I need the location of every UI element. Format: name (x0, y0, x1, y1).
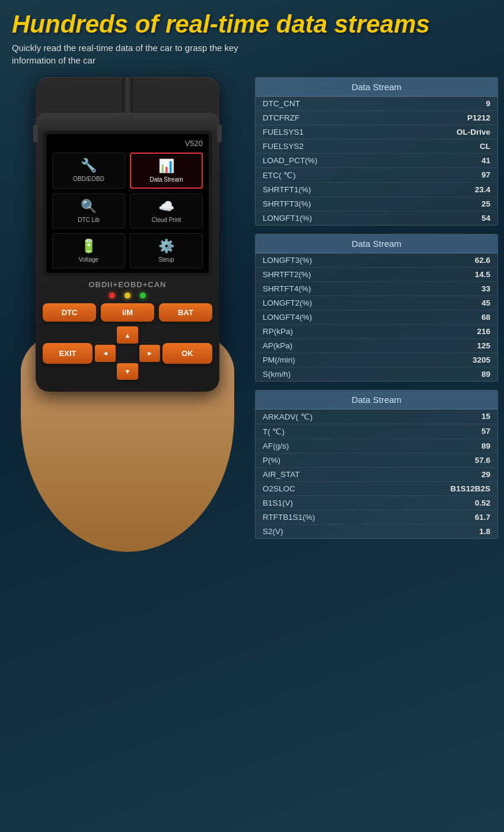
row-value: 15 (481, 412, 490, 421)
im-button[interactable]: I/M (101, 303, 154, 322)
screen-area: V520 🔧 OBD/EOBD 📊 Data S (43, 131, 212, 277)
main-title: Hundreds of real-time data streams (12, 11, 492, 38)
table-row: ARKADV( ℃)15 (256, 409, 497, 424)
steup-label: Steup (158, 256, 174, 263)
table-row: FUELSYS1OL-Drive (256, 125, 497, 139)
menu-item-dtc-lib[interactable]: 🔍 DTC Lib (52, 193, 125, 228)
menu-item-cloud-print[interactable]: ☁️ Cloud Print (130, 193, 203, 228)
page-header: Hundreds of real-time data streams Quick… (0, 0, 504, 71)
row-value: 68 (481, 313, 490, 322)
device-model: V520 (52, 139, 203, 148)
obd-text: OBDII+EOBD+CAN (36, 280, 219, 289)
row-value: 0.52 (475, 498, 490, 507)
table-row: SHRTFT2(%)14.5 (256, 268, 497, 282)
obd-icon: 🔧 (81, 158, 97, 173)
menu-item-steup[interactable]: ⚙️ Steup (130, 233, 203, 268)
row-value: 9 (486, 99, 490, 108)
row-value: 57 (481, 427, 490, 436)
table-row: SHRTFT3(%)25 (256, 197, 497, 211)
ok-button[interactable]: OK (162, 343, 212, 364)
data-table-2-header: Data Stream (256, 234, 497, 253)
table-row: T( ℃)57 (256, 424, 497, 439)
subtitle: Quickly read the real-time data of the c… (12, 42, 273, 66)
dpad-center-empty (117, 345, 138, 362)
exit-button[interactable]: EXIT (43, 343, 92, 364)
row-label: ARKADV( ℃) (263, 412, 312, 421)
dpad-left[interactable]: ◄ (95, 345, 116, 362)
row-value: 97 (481, 170, 490, 180)
device-body-wrapper: V520 🔧 OBD/EOBD 📊 Data S (36, 77, 219, 392)
obd-label: OBD/EOBD (73, 176, 104, 182)
buttons-area: DTC I/M BAT EXIT ▲ ◄ (43, 303, 212, 380)
row-label: O2SLOC (263, 484, 295, 493)
table-row: FUELSYS2CL (256, 139, 497, 154)
table-row: DTCFRZFP1212 (256, 111, 497, 125)
row-value: OL-Drive (457, 128, 490, 136)
table-row: P(%)57.6 (256, 453, 497, 468)
device-area: V520 🔧 OBD/EOBD 📊 Data S (6, 77, 249, 552)
menu-item-data-stream[interactable]: 📊 Data Stream (130, 153, 203, 189)
status-leds (36, 293, 219, 298)
dtc-button[interactable]: DTC (43, 303, 96, 322)
row-value: 62.6 (475, 256, 490, 265)
device-container: V520 🔧 OBD/EOBD 📊 Data S (6, 77, 249, 552)
table-row: LONGFT2(%)45 (256, 296, 497, 310)
row-value: CL (480, 142, 490, 151)
device-screen: V520 🔧 OBD/EOBD 📊 Data S (46, 134, 209, 273)
row-label: AP(kPa) (263, 341, 292, 350)
voltage-label: Voltage (79, 256, 98, 263)
table-row: S2(V)1.8 (256, 525, 497, 538)
dpad: ▲ ◄ ► ▼ (95, 326, 160, 380)
table-row: SHRTFT4(%)33 (256, 282, 497, 296)
row-value: 23.4 (475, 185, 490, 194)
dpad-corner-tr (139, 326, 160, 344)
row-label: LONGFT3(%) (263, 256, 312, 265)
side-button-right[interactable] (217, 125, 222, 142)
dpad-right[interactable]: ► (139, 345, 160, 362)
dpad-up[interactable]: ▲ (117, 326, 138, 344)
row-label: S2(V) (263, 527, 283, 536)
row-label: B1S1(V) (263, 498, 293, 507)
row-value: 25 (481, 199, 490, 208)
row-value: 125 (477, 341, 490, 350)
row-label: SHRTFT3(%) (263, 199, 311, 208)
row-value: 89 (481, 442, 490, 450)
row-label: P(%) (263, 456, 280, 465)
bat-button[interactable]: BAT (159, 303, 212, 322)
table-row: RP(kPa)216 (256, 325, 497, 339)
row-label: ETC( ℃) (263, 170, 296, 180)
row-label: PM(/min) (263, 355, 295, 364)
table-row: RTFTB1S1(%)61.7 (256, 510, 497, 525)
side-button-left[interactable] (33, 125, 38, 142)
dtc-lib-icon: 🔍 (81, 199, 97, 214)
row-value: 1.8 (479, 527, 490, 536)
row-value: B1S12B2S (450, 484, 490, 493)
dpad-corner-br (139, 363, 160, 380)
menu-item-voltage[interactable]: 🔋 Voltage (52, 233, 125, 268)
row-value: 3205 (473, 355, 490, 364)
data-tables: Data Stream DTC_CNT9 DTCFRZFP1212 FUELSY… (255, 77, 498, 552)
menu-item-obd[interactable]: 🔧 OBD/EOBD (52, 153, 125, 189)
cloud-print-label: Cloud Print (152, 217, 181, 223)
row-value: 61.7 (475, 513, 490, 522)
row-label: FUELSYS2 (263, 142, 304, 151)
row-label: T( ℃) (263, 427, 285, 436)
row-label: DTC_CNT (263, 99, 300, 108)
dtc-lib-label: DTC Lib (78, 217, 100, 223)
row-value: 33 (481, 284, 490, 293)
table-row: SHRTFT1(%)23.4 (256, 183, 497, 197)
table-row: LOAD_PCT(%)41 (256, 154, 497, 168)
table-row: ETC( ℃)97 (256, 168, 497, 183)
row-value: 45 (481, 298, 490, 307)
row-value: 14.5 (475, 270, 490, 279)
row-label: SHRTFT1(%) (263, 185, 311, 194)
row-label: RP(kPa) (263, 327, 293, 336)
dpad-down[interactable]: ▼ (117, 363, 138, 380)
table-row: DTC_CNT9 (256, 97, 497, 111)
table-row: LONGFT3(%)62.6 (256, 253, 497, 268)
row-label: RTFTB1S1(%) (263, 513, 315, 522)
table-row: LONGFT1(%)54 (256, 211, 497, 225)
data-stream-icon: 📊 (158, 158, 174, 174)
table-row: AIR_STAT29 (256, 468, 497, 482)
row-label: FUELSYS1 (263, 128, 304, 136)
